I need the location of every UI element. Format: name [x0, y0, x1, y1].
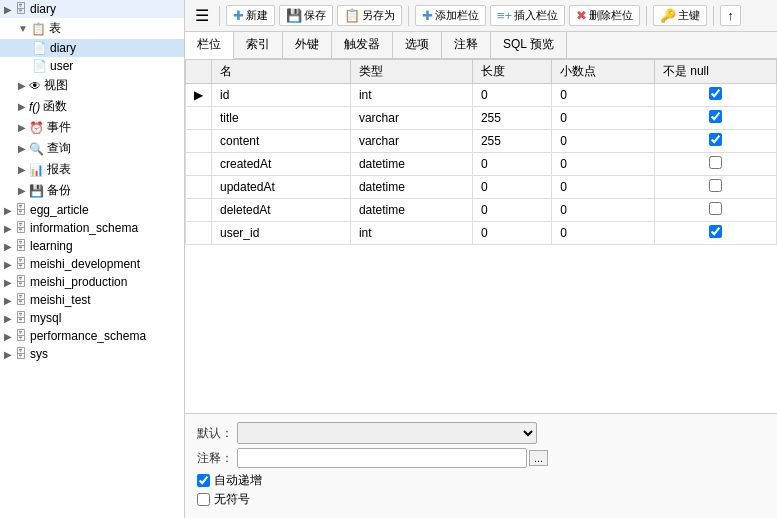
insert-col-button[interactable]: ≡+ 插入栏位: [490, 5, 565, 26]
col-length: 0: [472, 153, 551, 176]
sidebar-item-functions[interactable]: ▶f()函数: [0, 96, 184, 117]
col-name: createdAt: [212, 153, 351, 176]
sidebar-item-user-table[interactable]: 📄user: [0, 57, 184, 75]
col-length: 0: [472, 222, 551, 245]
save-as-button[interactable]: 📋 另存为: [337, 5, 402, 26]
unsigned-checkbox[interactable]: [197, 493, 210, 506]
db-icon: 🗄: [15, 275, 27, 289]
sidebar-item-sys[interactable]: ▶🗄sys: [0, 345, 184, 363]
new-button[interactable]: ✚ 新建: [226, 5, 275, 26]
comment-input[interactable]: [237, 448, 527, 468]
sidebar-item-label: 事件: [47, 119, 71, 136]
sidebar-item-events[interactable]: ▶⏰事件: [0, 117, 184, 138]
unsigned-label: 无符号: [214, 491, 250, 508]
folder-expand-icon: ▶: [18, 122, 26, 133]
table-row[interactable]: createdAtdatetime00: [186, 153, 777, 176]
table-row[interactable]: ▶idint00: [186, 84, 777, 107]
table-row[interactable]: updatedAtdatetime00: [186, 176, 777, 199]
folder-expand-icon: ▶: [18, 185, 26, 196]
sidebar-item-label: performance_schema: [30, 329, 146, 343]
db-expand-icon: ▶: [4, 259, 12, 270]
sidebar-item-reports[interactable]: ▶📊报表: [0, 159, 184, 180]
sidebar-item-performance_schema[interactable]: ▶🗄performance_schema: [0, 327, 184, 345]
not-null-checkbox[interactable]: [709, 87, 722, 100]
columns-table: 名类型长度小数点不是 null ▶idint00titlevarchar2550…: [185, 59, 777, 245]
report-icon: 📊: [29, 163, 44, 177]
table-row[interactable]: contentvarchar2550: [186, 130, 777, 153]
not-null-checkbox[interactable]: [709, 179, 722, 192]
func-icon: f(): [29, 100, 40, 114]
sidebar-item-mysql[interactable]: ▶🗄mysql: [0, 309, 184, 327]
col-name: content: [212, 130, 351, 153]
db-icon: 🗄: [15, 239, 27, 253]
folder-expand-icon: ▶: [18, 80, 26, 91]
col-type: varchar: [350, 107, 472, 130]
sidebar-item-meishi_production[interactable]: ▶🗄meishi_production: [0, 273, 184, 291]
sidebar-item-label: user: [50, 59, 73, 73]
tab-triggers[interactable]: 触发器: [332, 32, 393, 58]
auto-increment-checkbox[interactable]: [197, 474, 210, 487]
db-expand-icon: ▶: [4, 313, 12, 324]
db-expand-icon: ▶: [4, 241, 12, 252]
tab-sql-preview[interactable]: SQL 预览: [491, 32, 567, 58]
not-null-checkbox[interactable]: [709, 133, 722, 146]
db-icon: 🗄: [15, 293, 27, 307]
add-col-button[interactable]: ✚ 添加栏位: [415, 5, 486, 26]
sidebar-item-information_schema[interactable]: ▶🗄information_schema: [0, 219, 184, 237]
db-icon: 🗄: [15, 347, 27, 361]
col-length: 0: [472, 84, 551, 107]
delete-col-icon: ✖: [576, 8, 587, 23]
default-select[interactable]: [237, 422, 537, 444]
db-icon: 🗄: [15, 2, 27, 16]
hamburger-button[interactable]: ☰: [191, 4, 213, 27]
col-decimal: 0: [552, 199, 655, 222]
sidebar-item-views[interactable]: ▶👁视图: [0, 75, 184, 96]
folder-expand-icon: ▶: [18, 101, 26, 112]
save-button[interactable]: 💾 保存: [279, 5, 333, 26]
col-name: id: [212, 84, 351, 107]
sidebar-item-diary-table[interactable]: 📄diary: [0, 39, 184, 57]
row-arrow: ▶: [186, 84, 212, 107]
insert-col-icon: ≡+: [497, 8, 512, 23]
table-row[interactable]: deletedAtdatetime00: [186, 199, 777, 222]
not-null-checkbox[interactable]: [709, 202, 722, 215]
col-length: 0: [472, 176, 551, 199]
sidebar-item-backup[interactable]: ▶💾备份: [0, 180, 184, 201]
not-null-checkbox[interactable]: [709, 225, 722, 238]
delete-col-button[interactable]: ✖ 删除栏位: [569, 5, 640, 26]
tab-indexes[interactable]: 索引: [234, 32, 283, 58]
sidebar-item-meishi_development[interactable]: ▶🗄meishi_development: [0, 255, 184, 273]
tab-columns[interactable]: 栏位: [185, 32, 234, 59]
tab-options[interactable]: 选项: [393, 32, 442, 58]
col-header-类型: 类型: [350, 60, 472, 84]
primary-key-button[interactable]: 🔑 主键: [653, 5, 707, 26]
tab-foreign-keys[interactable]: 外键: [283, 32, 332, 58]
sidebar-item-label: sys: [30, 347, 48, 361]
sidebar-item-learning[interactable]: ▶🗄learning: [0, 237, 184, 255]
sidebar-item-label: diary: [30, 2, 56, 16]
backup-icon: 💾: [29, 184, 44, 198]
table-row[interactable]: titlevarchar2550: [186, 107, 777, 130]
tab-comments[interactable]: 注释: [442, 32, 491, 58]
col-type: varchar: [350, 130, 472, 153]
not-null-checkbox[interactable]: [709, 156, 722, 169]
sidebar-item-diary-root[interactable]: ▶🗄diary: [0, 0, 184, 18]
auto-increment-label: 自动递增: [214, 472, 262, 489]
db-expand-icon: ▶: [4, 295, 12, 306]
toolbar: ☰ ✚ 新建 💾 保存 📋 另存为 ✚ 添加栏位 ≡+ 插入栏位: [185, 0, 777, 32]
sidebar-item-label: 备份: [47, 182, 71, 199]
col-length: 255: [472, 107, 551, 130]
sidebar-item-egg_article[interactable]: ▶🗄egg_article: [0, 201, 184, 219]
up-button[interactable]: ↑: [720, 5, 741, 26]
sidebar-item-meishi_test[interactable]: ▶🗄meishi_test: [0, 291, 184, 309]
col-type: int: [350, 84, 472, 107]
db-expand-icon: ▶: [4, 349, 12, 360]
table-row[interactable]: user_idint00: [186, 222, 777, 245]
sidebar-item-queries[interactable]: ▶🔍查询: [0, 138, 184, 159]
save-as-icon: 📋: [344, 8, 360, 23]
sidebar-item-label: learning: [30, 239, 73, 253]
not-null-checkbox[interactable]: [709, 110, 722, 123]
sidebar-item-tables[interactable]: ▼📋表: [0, 18, 184, 39]
comment-edit-button[interactable]: ...: [529, 450, 548, 466]
sidebar-item-label: 表: [49, 20, 61, 37]
